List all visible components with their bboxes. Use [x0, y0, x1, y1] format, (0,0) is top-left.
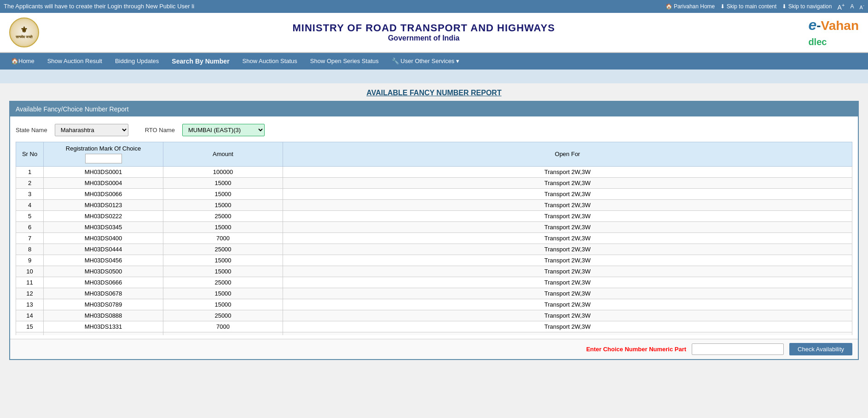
choice-number-input[interactable] [692, 343, 784, 355]
table-row[interactable]: 15MH03DS13317000Transport 2W,3W [16, 321, 852, 332]
header-center: MINISTRY OF ROAD TRANSPORT AND HIGHWAYS … [39, 22, 808, 42]
table-row[interactable]: 16MH03DS14007000Transport 2W,3W [16, 332, 852, 335]
bottom-bar: Enter Choice Number Numeric Part Check A… [10, 339, 858, 359]
cell-reg: MH03DS0066 [44, 188, 163, 199]
card-body: State Name Maharashtra Delhi Karnataka T… [10, 116, 858, 339]
cell-amount: 25000 [163, 210, 283, 221]
report-card: Available Fancy/Choice Number Report Sta… [9, 101, 859, 360]
nav-other-services[interactable]: 🔧 User Other Services ▾ Service 1 Servic… [385, 53, 466, 69]
state-select[interactable]: Maharashtra Delhi Karnataka Tamil Nadu [55, 124, 128, 136]
cell-open: Transport 2W,3W [283, 266, 852, 277]
card-header: Available Fancy/Choice Number Report [10, 102, 858, 116]
cell-open: Transport 2W,3W [283, 221, 852, 232]
cell-amount: 25000 [163, 244, 283, 255]
parivahan-home-link[interactable]: 🏠 Parivahan Home [665, 3, 715, 10]
choice-number-label: Enter Choice Number Numeric Part [586, 346, 686, 353]
cell-reg: MH03DS0500 [44, 266, 163, 277]
navbar: 🏠Home Show Auction Result Bidding Update… [0, 53, 868, 70]
cell-reg: MH03DS0444 [44, 244, 163, 255]
cell-amount: 15000 [163, 177, 283, 188]
cell-amount: 15000 [163, 266, 283, 277]
table-row[interactable]: 11MH03DS066625000Transport 2W,3W [16, 277, 852, 288]
table-row[interactable]: 6MH03DS034515000Transport 2W,3W [16, 221, 852, 232]
cell-amount: 15000 [163, 299, 283, 310]
cell-amount: 15000 [163, 288, 283, 299]
skip-nav-link[interactable]: ⬇ Skip to navigation [782, 3, 832, 10]
state-label: State Name [16, 127, 47, 134]
fancy-numbers-table: Sr No Registration Mark Of Choice Amount… [16, 142, 852, 335]
table-row[interactable]: 8MH03DS044425000Transport 2W,3W [16, 244, 852, 255]
col-header-reg: Registration Mark Of Choice [44, 142, 163, 166]
emblem-text: सत्यमेव जयते [16, 35, 33, 40]
cell-srno: 4 [16, 199, 44, 210]
nav-open-series-status[interactable]: Show Open Series Status [304, 53, 385, 69]
govt-subtitle: Government of India [39, 34, 808, 42]
font-decrease-link[interactable]: A- [860, 3, 864, 10]
cell-srno: 1 [16, 166, 44, 177]
cell-srno: 15 [16, 321, 44, 332]
table-row[interactable]: 12MH03DS067815000Transport 2W,3W [16, 288, 852, 299]
cell-amount: 7000 [163, 332, 283, 335]
nav-auction-status[interactable]: Show Auction Status [236, 53, 304, 69]
table-row[interactable]: 4MH03DS012315000Transport 2W,3W [16, 199, 852, 210]
cell-reg: MH03DS0666 [44, 277, 163, 288]
cell-reg: MH03DS0123 [44, 199, 163, 210]
cell-srno: 8 [16, 244, 44, 255]
top-links: 🏠 Parivahan Home ⬇ Skip to main content … [665, 2, 864, 11]
table-row[interactable]: 5MH03DS022225000Transport 2W,3W [16, 210, 852, 221]
font-normal-link[interactable]: A [851, 3, 854, 10]
table-row[interactable]: 7MH03DS04007000Transport 2W,3W [16, 232, 852, 244]
table-row[interactable]: 10MH03DS050015000Transport 2W,3W [16, 266, 852, 277]
cell-open: Transport 2W,3W [283, 166, 852, 177]
nav-bidding-updates[interactable]: Bidding Updates [109, 53, 165, 69]
table-row[interactable]: 13MH03DS078915000Transport 2W,3W [16, 299, 852, 310]
table-row[interactable]: 2MH03DS000415000Transport 2W,3W [16, 177, 852, 188]
cell-reg: MH03DS0400 [44, 232, 163, 244]
cell-reg: MH03DS0222 [44, 210, 163, 221]
cell-amount: 7000 [163, 321, 283, 332]
cell-srno: 2 [16, 177, 44, 188]
reg-search-input[interactable] [85, 154, 122, 163]
cell-open: Transport 2W,3W [283, 244, 852, 255]
announcement-bar: The Applicants will have to create their… [0, 0, 868, 13]
cell-reg: MH03DS0456 [44, 255, 163, 266]
table-row[interactable]: 14MH03DS088825000Transport 2W,3W [16, 310, 852, 321]
cell-amount: 15000 [163, 199, 283, 210]
cell-open: Transport 2W,3W [283, 332, 852, 335]
nav-auction-result[interactable]: Show Auction Result [41, 53, 109, 69]
cell-srno: 12 [16, 288, 44, 299]
check-availability-button[interactable]: Check Availability [789, 343, 852, 355]
table-row[interactable]: 9MH03DS045615000Transport 2W,3W [16, 255, 852, 266]
cell-srno: 14 [16, 310, 44, 321]
font-increase-link[interactable]: A+ [837, 2, 845, 11]
cell-open: Transport 2W,3W [283, 210, 852, 221]
rto-label: RTO Name [145, 127, 175, 134]
emblem: ⚜ सत्यमेव जयते [9, 17, 39, 47]
cell-srno: 10 [16, 266, 44, 277]
table-header-row: Sr No Registration Mark Of Choice Amount… [16, 142, 852, 166]
cell-reg: MH03DS1400 [44, 332, 163, 335]
table-row[interactable]: 3MH03DS006615000Transport 2W,3W [16, 188, 852, 199]
table-head: Sr No Registration Mark Of Choice Amount… [16, 142, 852, 166]
ministry-title: MINISTRY OF ROAD TRANSPORT AND HIGHWAYS [39, 22, 808, 34]
cell-open: Transport 2W,3W [283, 299, 852, 310]
rto-select[interactable]: MUMBAI (EAST)(3) MUMBAI (WEST)(1) MUMBAI… [182, 124, 265, 136]
skip-main-link[interactable]: ⬇ Skip to main content [720, 3, 776, 10]
table-row[interactable]: 1MH03DS0001100000Transport 2W,3W [16, 166, 852, 177]
page-title-link[interactable]: AVAILABLE FANCY NUMBER REPORT [366, 89, 501, 97]
cell-srno: 16 [16, 332, 44, 335]
cell-srno: 13 [16, 299, 44, 310]
cell-reg: MH03DS0345 [44, 221, 163, 232]
nav-home[interactable]: 🏠Home [5, 53, 41, 69]
cell-reg: MH03DS1331 [44, 321, 163, 332]
info-bar [0, 70, 868, 83]
cell-reg: MH03DS0789 [44, 299, 163, 310]
cell-reg: MH03DS0888 [44, 310, 163, 321]
nav-search-by-number[interactable]: Search By Number [165, 53, 236, 70]
cell-reg: MH03DS0004 [44, 177, 163, 188]
cell-open: Transport 2W,3W [283, 188, 852, 199]
page-title-section: AVAILABLE FANCY NUMBER REPORT [0, 89, 868, 97]
cell-amount: 15000 [163, 221, 283, 232]
evahan-logo: e-Vahan dlec [808, 17, 859, 48]
cell-srno: 6 [16, 221, 44, 232]
